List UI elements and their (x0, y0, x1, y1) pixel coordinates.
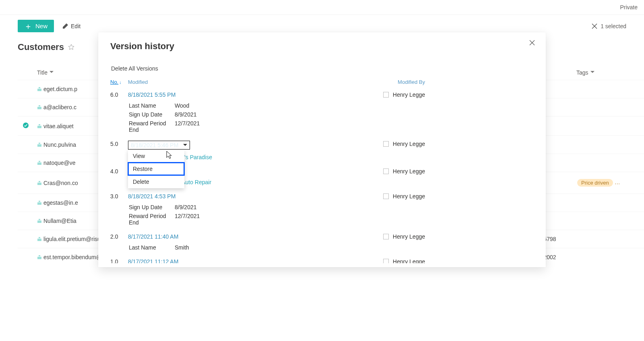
checked-icon (23, 122, 29, 129)
version-dropdown[interactable]: 8/18/2021 5:46 PMViewRestoreDelete (128, 141, 190, 150)
tags-cell (573, 194, 644, 212)
detail-key: Sign Up Date (129, 111, 175, 118)
share-icon (37, 237, 42, 241)
version-row: 3.08/18/2021 4:53 PMHenry Legge (110, 191, 530, 202)
new-button[interactable]: ＋ New (18, 20, 54, 32)
version-details: sy Auto Repair (129, 178, 530, 187)
private-label: Private (620, 4, 638, 10)
modified-by: Henry Legge (393, 91, 425, 98)
share-icon (37, 142, 42, 147)
version-action-menu: ViewRestoreDelete (128, 150, 184, 188)
modified-by: Henry Legge (393, 193, 425, 200)
user-checkbox[interactable] (383, 168, 389, 174)
privacy-bar: Private (0, 0, 644, 15)
tag-pill[interactable]: Price driven (577, 179, 613, 187)
edit-label: Edit (71, 23, 80, 29)
share-icon (37, 181, 42, 185)
version-date-link[interactable]: 8/17/2021 11:40 AM (128, 233, 178, 240)
delete-all-versions-link[interactable]: Delete All Versions (111, 65, 158, 72)
modified-by: Henry Legge (393, 258, 425, 263)
detail-key: Reward Period End (129, 213, 175, 226)
tags-cell (573, 136, 644, 154)
modified-by: Henry Legge (393, 141, 425, 147)
version-date-link[interactable]: 8/17/2021 11:12 AM (128, 258, 178, 263)
version-history-dialog: Version history Delete All Versions No.↓… (98, 32, 546, 267)
detail-value: Smith (175, 244, 189, 251)
user-checkbox[interactable] (383, 92, 389, 98)
share-icon (37, 200, 42, 205)
version-date-link[interactable]: 8/18/2021 5:55 PM (128, 91, 175, 98)
detail-key: Reward Period End (129, 120, 175, 133)
tags-cell: Price drivenFamily manAccessories (573, 172, 644, 194)
share-icon (37, 160, 42, 165)
close-icon[interactable] (592, 23, 597, 29)
detail-key: Last Name (129, 102, 175, 109)
share-icon (37, 105, 42, 110)
detail-value: Wood (175, 102, 189, 109)
version-row: 5.08/18/2021 5:46 PMViewRestoreDeleteHen… (110, 138, 530, 152)
menu-restore[interactable]: Restore (128, 162, 184, 175)
user-checkbox[interactable] (383, 234, 389, 239)
tags-cell (573, 116, 644, 136)
version-number: 2.0 (110, 233, 128, 240)
selected-count: 1 selected (601, 23, 626, 29)
tags-cell (573, 230, 644, 248)
detail-key: Sign Up Date (129, 204, 175, 210)
version-details: Sign Up Date8/9/2021Reward Period End12/… (129, 203, 530, 227)
user-checkbox[interactable] (383, 259, 389, 263)
version-details: Last NameSmith (129, 243, 530, 252)
col-modified-by[interactable]: Modified By (398, 79, 534, 85)
col-modified[interactable]: Modified (128, 79, 148, 85)
vh-header-row: No.↓ Modified Modified By (110, 79, 534, 85)
version-row: 1.08/17/2021 11:12 AMHenry Legge (110, 256, 530, 263)
dialog-title: Version history (110, 41, 534, 52)
chevron-down-icon (590, 70, 595, 75)
version-number: 4.0 (110, 168, 128, 175)
detail-value: 12/7/2021 (175, 213, 200, 226)
version-details: Last NameWoodSign Up Date8/9/2021Reward … (129, 101, 530, 134)
version-list[interactable]: 6.08/18/2021 5:55 PMHenry LeggeLast Name… (110, 89, 534, 263)
version-details: mer's Paradise (129, 153, 530, 162)
detail-value: 12/7/2021 (175, 120, 200, 133)
version-number: 5.0 (110, 141, 128, 147)
share-icon (37, 87, 42, 91)
version-date-link[interactable]: 8/18/2021 4:53 PM (128, 193, 175, 200)
modified-by: Henry Legge (393, 168, 425, 175)
version-row: 6.08/18/2021 5:55 PMHenry Legge (110, 89, 530, 100)
tags-cell (573, 80, 644, 98)
tags-cell (573, 212, 644, 230)
menu-delete[interactable]: Delete (128, 175, 184, 188)
detail-value: 8/9/2021 (175, 111, 197, 118)
share-icon (37, 255, 42, 260)
chevron-down-icon (49, 70, 54, 75)
edit-button[interactable]: Edit (62, 23, 80, 29)
modified-by: Henry Legge (393, 233, 425, 240)
selection-indicator[interactable]: 1 selected (592, 23, 626, 29)
plus-icon: ＋ (24, 23, 32, 29)
tags-cell (573, 98, 644, 116)
favorite-star-icon[interactable] (68, 44, 74, 50)
version-date-select[interactable]: 8/18/2021 5:46 PM (128, 141, 190, 150)
user-checkbox[interactable] (383, 193, 389, 199)
detail-key: Last Name (129, 244, 175, 251)
col-tags[interactable]: Tags (573, 65, 644, 80)
new-label: New (35, 23, 47, 29)
tags-cell (573, 248, 644, 266)
version-number: 6.0 (110, 91, 128, 98)
user-checkbox[interactable] (383, 141, 389, 147)
version-number: 1.0 (110, 258, 128, 263)
tags-cell (573, 154, 644, 172)
share-icon (37, 124, 42, 129)
share-icon (37, 218, 42, 223)
pencil-icon (62, 23, 68, 29)
col-no[interactable]: No.↓ (110, 79, 128, 85)
caret-down-icon (183, 143, 187, 147)
version-row: 2.08/17/2021 11:40 AMHenry Legge (110, 231, 530, 242)
menu-view[interactable]: View (128, 150, 184, 162)
version-number: 3.0 (110, 193, 128, 200)
detail-value: 8/9/2021 (175, 204, 197, 210)
